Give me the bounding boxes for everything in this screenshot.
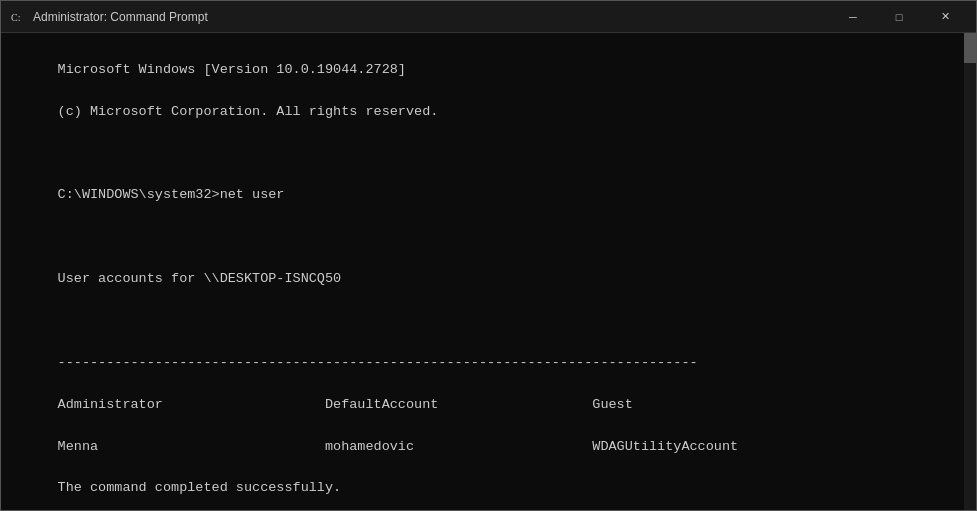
accounts-line-1: Administrator DefaultAccount Guest [58, 397, 633, 412]
scrollbar[interactable] [964, 33, 976, 510]
console-output: Microsoft Windows [Version 10.0.19044.27… [9, 39, 968, 510]
console-body[interactable]: Microsoft Windows [Version 10.0.19044.27… [1, 33, 976, 510]
success-line: The command completed successfully. [58, 480, 342, 495]
window-controls: ─ □ ✕ [830, 1, 968, 33]
minimize-button[interactable]: ─ [830, 1, 876, 33]
line-2: (c) Microsoft Corporation. All rights re… [58, 104, 439, 119]
line-6: User accounts for \\DESKTOP-ISNCQ50 [58, 271, 342, 286]
close-button[interactable]: ✕ [922, 1, 968, 33]
scrollbar-thumb[interactable] [964, 33, 976, 63]
title-bar-label: Administrator: Command Prompt [33, 10, 830, 24]
line-1: Microsoft Windows [Version 10.0.19044.27… [58, 62, 406, 77]
cmd-window: C: Administrator: Command Prompt ─ □ ✕ M… [0, 0, 977, 511]
cmd-icon: C: [9, 9, 25, 25]
title-bar: C: Administrator: Command Prompt ─ □ ✕ [1, 1, 976, 33]
maximize-button[interactable]: □ [876, 1, 922, 33]
svg-text:C:: C: [11, 12, 20, 23]
accounts-line-2: Menna mohamedovic WDAGUtilityAccount [58, 439, 739, 454]
line-4: C:\WINDOWS\system32>net user [58, 187, 285, 202]
separator: ----------------------------------------… [58, 355, 698, 370]
